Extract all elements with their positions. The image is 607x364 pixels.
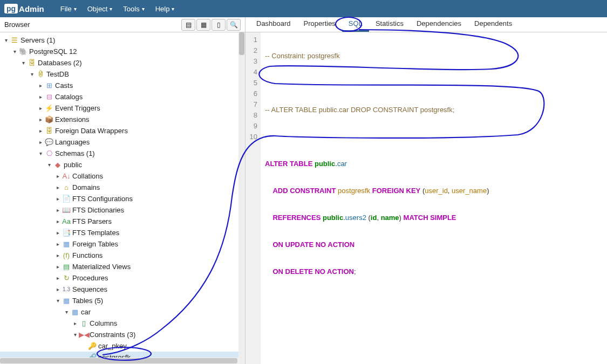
tree-car-pkey[interactable]: 🔑car_pkey <box>0 340 245 352</box>
tree-servers[interactable]: ▾☰Servers (1) <box>0 35 245 46</box>
tab-dependents[interactable]: Dependents <box>468 17 519 32</box>
view-data-button[interactable]: ▦ <box>196 19 210 31</box>
menu-tools[interactable]: Tools▾ <box>118 0 149 17</box>
search-button[interactable]: 🔍 <box>227 19 241 31</box>
search-icon: 🔍 <box>230 21 238 29</box>
languages-icon: 💬 <box>44 138 54 146</box>
logo-prefix: pg <box>4 4 18 13</box>
caret-down-icon: ▾ <box>110 6 112 12</box>
functions-icon: (f) <box>62 251 71 259</box>
sql-code[interactable]: -- Constraint: postgresfk -- ALTER TABLE… <box>261 32 493 364</box>
procedures-icon: ↻ <box>62 274 71 282</box>
filter-button[interactable]: ▯ <box>212 19 226 31</box>
collations-icon: A↓ <box>62 172 71 180</box>
elephant-icon: 🐘 <box>18 47 28 56</box>
casts-icon: ⊞ <box>44 81 54 90</box>
browser-panel: Browser ▤ ▦ ▯ 🔍 ▾☰Servers (1) ▾🐘PostgreS… <box>0 17 245 364</box>
main-area: Browser ▤ ▦ ▯ 🔍 ▾☰Servers (1) ▾🐘PostgreS… <box>0 17 607 364</box>
query-tool-button[interactable]: ▤ <box>181 19 195 31</box>
tables-icon: ▦ <box>62 297 71 305</box>
fts-conf-icon: 📄 <box>62 195 71 203</box>
schemas-icon: ⎔ <box>44 149 54 157</box>
tree-tables[interactable]: ▾▦Tables (5) <box>0 295 245 306</box>
tree-casts[interactable]: ▸⊞Casts <box>0 80 245 91</box>
filter-icon: ▯ <box>217 21 221 29</box>
pkey-icon: 🔑 <box>87 342 97 350</box>
tree-catalogs[interactable]: ▸⊟Catalogs <box>0 91 245 102</box>
tree-hscrollbar[interactable] <box>0 358 238 364</box>
tree-event-triggers[interactable]: ▸⚡Event Triggers <box>0 102 245 114</box>
content-tabs: Dashboard Properties SQL Statistics Depe… <box>245 17 607 32</box>
tree-constraints[interactable]: ▾▶◀Constraints (3) <box>0 329 245 340</box>
caret-down-icon: ▾ <box>74 6 77 12</box>
caret-down-icon: ▾ <box>142 6 145 12</box>
columns-icon: ▯ <box>79 319 88 327</box>
menu-help[interactable]: Help▾ <box>150 0 180 17</box>
tree-databases[interactable]: ▾🗄Databases (2) <box>0 57 245 68</box>
fdw-icon: 🗄 <box>44 127 54 135</box>
line-gutter: 12345678910 <box>245 32 261 364</box>
tree-testdb[interactable]: ▾🛢TestDB <box>0 68 245 80</box>
schema-icon: ◆ <box>53 161 63 169</box>
tree-pg12[interactable]: ▾🐘PostgreSQL 12 <box>0 46 245 57</box>
catalogs-icon: ⊟ <box>44 93 54 101</box>
domains-icon: ⌂ <box>62 183 71 191</box>
tree-extensions[interactable]: ▸📦Extensions <box>0 114 245 125</box>
tree-schemas[interactable]: ▾⎔Schemas (1) <box>0 148 245 159</box>
content-panel: Dashboard Properties SQL Statistics Depe… <box>245 17 607 364</box>
tree-procedures[interactable]: ▸↻Procedures <box>0 272 245 284</box>
browser-title: Browser <box>4 20 30 29</box>
tab-statistics[interactable]: Statistics <box>369 17 410 32</box>
tree-fts-templates[interactable]: ▸📑FTS Templates <box>0 227 245 238</box>
top-menu-bar: pg Admin File▾ Object▾ Tools▾ Help▾ <box>0 0 607 17</box>
tree-fts-conf[interactable]: ▸📄FTS Configurations <box>0 193 245 204</box>
fts-dict-icon: 📖 <box>62 206 71 214</box>
foreign-tables-icon: ▦ <box>62 240 71 248</box>
fts-templates-icon: 📑 <box>62 229 71 237</box>
extensions-icon: 📦 <box>44 115 54 123</box>
event-trigger-icon: ⚡ <box>44 104 54 112</box>
tree-languages[interactable]: ▸💬Languages <box>0 136 245 148</box>
object-tree[interactable]: ▾☰Servers (1) ▾🐘PostgreSQL 12 ▾🗄Database… <box>0 32 245 364</box>
database-stack-icon: 🗄 <box>27 59 37 67</box>
tree-sequences[interactable]: ▸1.3Sequences <box>0 284 245 295</box>
sql-editor[interactable]: 12345678910 -- Constraint: postgresfk --… <box>245 32 607 364</box>
sequences-icon: 1.3 <box>62 286 71 292</box>
tree-table-car[interactable]: ▾▦car <box>0 306 245 318</box>
mat-views-icon: ▤ <box>62 263 71 271</box>
table-icon: ▦ <box>70 308 80 316</box>
tree-functions[interactable]: ▸(f)Functions <box>0 250 245 261</box>
browser-toolbar: ▤ ▦ ▯ 🔍 <box>180 19 241 31</box>
tree-fts-dict[interactable]: ▸📖FTS Dictionaries <box>0 204 245 216</box>
tab-properties[interactable]: Properties <box>297 17 342 32</box>
tree-fdw[interactable]: ▸🗄Foreign Data Wrappers <box>0 125 245 136</box>
servers-icon: ☰ <box>10 36 19 44</box>
tab-dashboard[interactable]: Dashboard <box>250 17 297 32</box>
constraints-icon: ▶◀ <box>79 331 88 339</box>
grid-icon: ▦ <box>201 21 207 29</box>
tree-mat-views[interactable]: ▸▤Materialized Views <box>0 261 245 272</box>
tree-fts-parsers[interactable]: ▸AaFTS Parsers <box>0 216 245 227</box>
tree-foreign-tables[interactable]: ▸▦Foreign Tables <box>0 238 245 250</box>
tree-domains[interactable]: ▸⌂Domains <box>0 182 245 193</box>
logo-suffix: Admin <box>19 4 44 13</box>
fts-parsers-icon: Aa <box>62 217 71 225</box>
tab-dependencies[interactable]: Dependencies <box>410 17 468 32</box>
tree-scrollbar[interactable] <box>238 32 245 364</box>
tree-columns[interactable]: ▸▯Columns <box>0 318 245 329</box>
tree-public[interactable]: ▾◆public <box>0 159 245 170</box>
tab-sql[interactable]: SQL <box>342 17 369 32</box>
menu-file[interactable]: File▾ <box>55 0 82 17</box>
tree-collations[interactable]: ▸A↓Collations <box>0 170 245 182</box>
database-icon: 🛢 <box>36 70 45 78</box>
database-play-icon: ▤ <box>186 21 192 29</box>
caret-down-icon: ▾ <box>172 6 174 12</box>
menu-object[interactable]: Object▾ <box>82 0 118 17</box>
browser-header: Browser ▤ ▦ ▯ 🔍 <box>0 17 245 32</box>
